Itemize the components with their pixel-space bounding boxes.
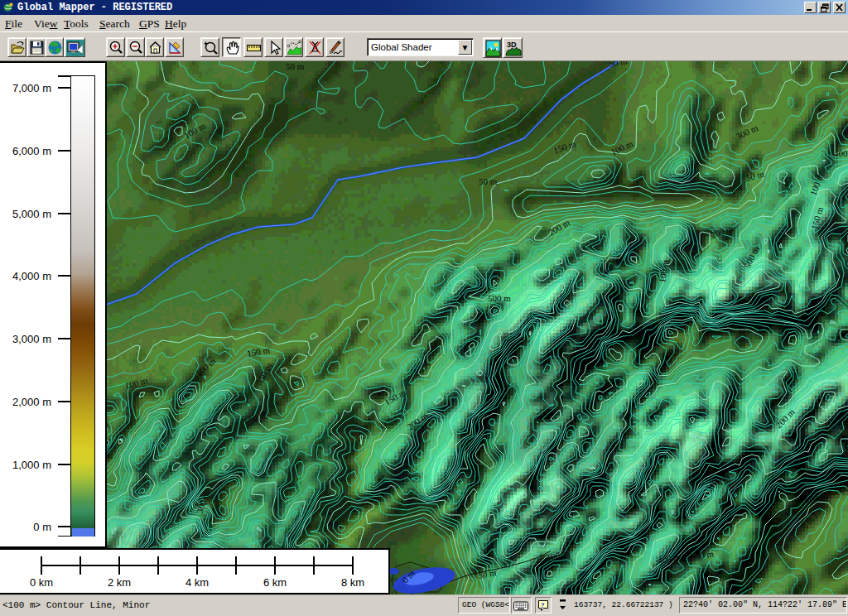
svg-text:?: ? [541, 601, 545, 609]
svg-text:500 m: 500 m [488, 293, 511, 303]
svg-text:400: 400 [834, 148, 848, 158]
svg-text:3D: 3D [507, 41, 517, 49]
svg-text:50 m: 50 m [286, 61, 305, 71]
svg-text:50 m: 50 m [479, 176, 498, 186]
